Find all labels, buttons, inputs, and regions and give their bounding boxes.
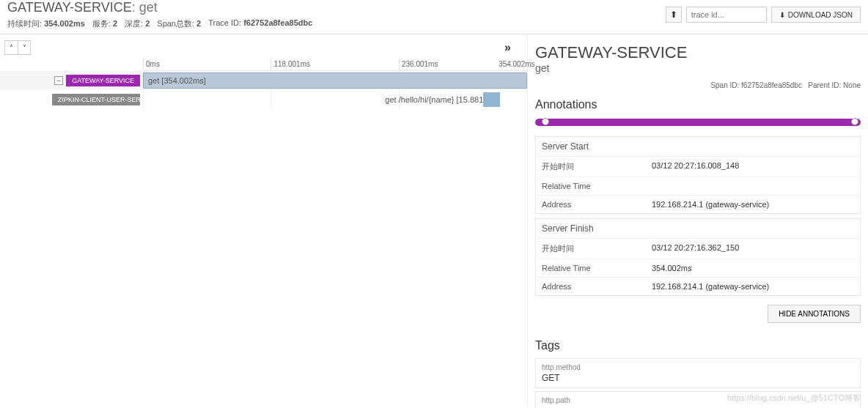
time-tick: 118.001ms — [271, 58, 309, 71]
span-label-col: − GATEWAY-SERVICE — [0, 75, 143, 86]
main: ˄ ˅ » 0ms 118.001ms 236.001ms 354.002ms … — [0, 34, 868, 407]
annotation-value — [652, 182, 854, 190]
annotation-group: Server Finish开始时间03/12 20:27:16.362_150R… — [535, 218, 861, 296]
time-tick: 0ms — [143, 58, 160, 71]
annotation-row: 开始时间03/12 20:27:16.008_148 — [536, 156, 860, 177]
time-tick: 236.001ms — [399, 58, 438, 71]
tree-toggle[interactable]: − — [54, 76, 63, 85]
timeline-area: 0ms 118.001ms 236.001ms 354.002ms − GATE… — [0, 58, 527, 109]
annotation-value: 354.002ms — [652, 264, 854, 272]
chevron-up-icon: ˄ — [10, 44, 13, 52]
annotation-dot-start[interactable] — [542, 118, 549, 125]
span-bar-label: get /hello/hi/{name} [15.881ms] — [385, 95, 496, 104]
span-service-tag: ZIPKIN-CLIENT-USER-SERVICE — [52, 94, 140, 105]
annotation-dot-end[interactable] — [851, 118, 858, 125]
annotation-timeline[interactable] — [535, 119, 861, 126]
download-label: DOWNLOAD JSON — [788, 11, 853, 19]
topbar-left: GATEWAY-SERVICE: get 持续时间: 354.002ms 服务:… — [7, 0, 312, 29]
tag-item: http.methodGET — [535, 358, 861, 388]
span-bar[interactable]: get [354.002ms] — [143, 73, 527, 89]
detail-subtitle: get — [535, 62, 861, 74]
timeline-controls: ˄ ˅ » — [0, 34, 527, 58]
annotation-row: 开始时间03/12 20:27:16.362_150 — [536, 238, 860, 259]
tag-value: /user-service/hello/hi/%E5%B0%8F%E7%BE%8… — [542, 406, 854, 407]
annotation-value: 192.168.214.1 (gateway-service) — [652, 200, 854, 209]
annotation-group: Server Start开始时间03/12 20:27:16.008_148Re… — [535, 136, 861, 214]
tags-heading: Tags — [535, 339, 861, 352]
span-row[interactable]: ZIPKIN-CLIENT-USER-SERVICE get /hello/hi… — [0, 90, 527, 109]
span-row[interactable]: − GATEWAY-SERVICE get [354.002ms] — [0, 71, 527, 90]
expand-down-button[interactable]: ˅ — [18, 40, 31, 55]
span-label-col: ZIPKIN-CLIENT-USER-SERVICE — [0, 94, 143, 105]
annotation-row: Address192.168.214.1 (gateway-service) — [536, 277, 860, 295]
detail-pane: GATEWAY-SERVICE get Span ID: f62752a8fea… — [527, 34, 868, 407]
span-bar-col: get /hello/hi/{name} [15.881ms] — [143, 90, 527, 109]
time-header: 0ms 118.001ms 236.001ms 354.002ms — [143, 58, 527, 71]
span-bar[interactable]: get /hello/hi/{name} [15.881ms] — [143, 92, 527, 108]
collapse-right-button[interactable]: » — [504, 41, 523, 54]
download-json-button[interactable]: ⬇ DOWNLOAD JSON — [771, 7, 861, 23]
span-bar-label: get [354.002ms] — [148, 76, 206, 85]
download-icon: ⬇ — [779, 11, 785, 19]
tag-key: http.method — [542, 363, 854, 371]
annotation-row: Address192.168.214.1 (gateway-service) — [536, 195, 860, 213]
chevron-double-right-icon: » — [504, 41, 511, 53]
annotations-heading: Annotations — [535, 98, 861, 111]
annotation-group-title: Server Finish — [536, 219, 860, 238]
topbar: GATEWAY-SERVICE: get 持续时间: 354.002ms 服务:… — [0, 0, 868, 34]
page-title: GATEWAY-SERVICE: get — [7, 0, 312, 15]
annotation-row: Relative Time354.002ms — [536, 259, 860, 277]
annotation-value: 03/12 20:27:16.362_150 — [652, 243, 854, 254]
title-service: GATEWAY-SERVICE — [7, 0, 132, 15]
annotation-key: Relative Time — [542, 182, 652, 190]
upload-icon: ⬆ — [670, 10, 677, 20]
upload-button[interactable]: ⬆ — [666, 7, 682, 23]
tag-value: GET — [542, 373, 854, 383]
annotation-value: 03/12 20:27:16.008_148 — [652, 161, 854, 172]
annotation-group-title: Server Start — [536, 137, 860, 156]
arrow-group: ˄ ˅ — [4, 40, 31, 55]
timeline-pane: ˄ ˅ » 0ms 118.001ms 236.001ms 354.002ms … — [0, 34, 527, 407]
annotation-row: Relative Time — [536, 177, 860, 195]
annotation-key: Address — [542, 200, 652, 209]
title-method: : get — [132, 0, 158, 15]
topbar-right: ⬆ ⬇ DOWNLOAD JSON — [666, 7, 861, 23]
chevron-down-icon: ˅ — [23, 44, 26, 52]
meta-line: 持续时间: 354.002ms 服务: 2 深度: 2 Span总数: 2 Tr… — [7, 18, 312, 29]
annotation-key: Address — [542, 282, 652, 291]
watermark: https://blog.csdn.net/u_@51CTO博客 — [727, 393, 861, 404]
span-duration-bar — [483, 92, 501, 107]
detail-title: GATEWAY-SERVICE — [535, 43, 861, 62]
trace-id-input[interactable] — [686, 7, 767, 23]
id-line: Span ID: f62752a8fea85dbc Parent ID: Non… — [535, 81, 861, 89]
annotation-key: Relative Time — [542, 264, 652, 272]
annotation-key: 开始时间 — [542, 243, 652, 254]
time-tick: 354.002ms — [496, 58, 534, 71]
hide-annotations-button[interactable]: HIDE ANNOTATIONS — [768, 305, 861, 323]
annotation-key: 开始时间 — [542, 161, 652, 172]
span-bar-col: get [354.002ms] — [143, 71, 527, 90]
span-service-tag: GATEWAY-SERVICE — [66, 75, 140, 86]
annotation-value: 192.168.214.1 (gateway-service) — [652, 282, 854, 291]
collapse-up-button[interactable]: ˄ — [4, 40, 18, 55]
